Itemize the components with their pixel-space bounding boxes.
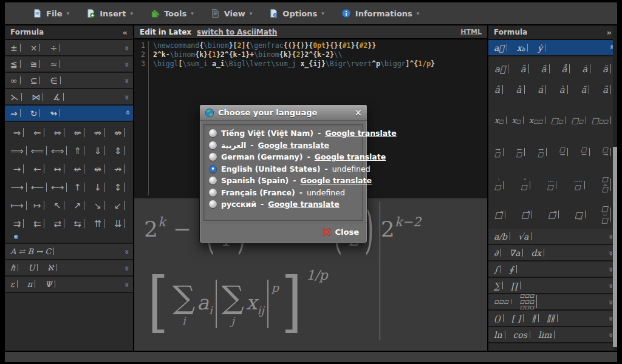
symbol-button[interactable]: ẏ [538, 43, 545, 53]
dialog-close-icon[interactable]: × [354, 107, 362, 118]
symbol-button[interactable]: ≦ [10, 59, 21, 69]
symbol-section-row[interactable]: a/b√a» [488, 229, 617, 245]
collapse-section-icon[interactable]: » [122, 111, 131, 115]
html-link[interactable]: HTML [460, 28, 482, 36]
symbol-button[interactable]: ⇆ [73, 218, 84, 229]
menu-item-view[interactable]: View▾ [211, 8, 253, 18]
menu-item-options[interactable]: Options▾ [269, 8, 324, 18]
google-translate-link[interactable]: Google translate [268, 200, 340, 209]
symbol-button[interactable]: ∞ [10, 76, 21, 86]
symbol-button[interactable]: × [30, 43, 41, 53]
symbol-button[interactable]: ↖ [53, 200, 64, 211]
symbol-button[interactable]: ⇓ [94, 146, 104, 157]
symbol-button[interactable]: () [494, 314, 504, 323]
language-option[interactable]: русский - Google translate [209, 198, 358, 211]
symbol-button[interactable]: □← [581, 147, 590, 157]
symbol-section-row[interactable]: ∂∇adx» [488, 245, 617, 261]
symbol-button[interactable]: π [27, 280, 36, 289]
symbol-button[interactable]: ∡ [53, 92, 64, 102]
symbol-button[interactable]: ã [541, 64, 550, 75]
code-line[interactable]: \biggl[\sum_i a_i\Bigl\lvert\sum_j x_{ij… [153, 59, 435, 69]
google-translate-link[interactable]: Google translate [300, 176, 372, 185]
symbol-button[interactable]: â [494, 84, 503, 95]
symbol-button[interactable]: ǎ [516, 84, 525, 95]
symbol-section-row[interactable]: ∑∏» [488, 278, 617, 294]
symbol-button[interactable]: ă [581, 84, 589, 95]
switch-to-asciimath-link[interactable]: switch to AsciiMath [197, 28, 277, 36]
symbol-section-row[interactable]: ⋋⋈∡» [5, 89, 133, 106]
symbol-button[interactable]: ···□ [547, 180, 556, 190]
symbol-section-row[interactable]: ∞⊆∈» [5, 73, 133, 89]
symbol-section-row[interactable]: ⇒↻↬» [5, 106, 133, 122]
symbol-button[interactable]: ⇍ [73, 127, 84, 138]
expand-section-icon[interactable]: » [122, 249, 131, 253]
symbol-button[interactable]: ⟹ [10, 146, 27, 157]
google-translate-link[interactable]: Google translate [325, 129, 397, 138]
symbol-button[interactable]: ln [494, 330, 505, 340]
symbol-button[interactable]: ↕ [114, 182, 125, 193]
symbol-button[interactable]: ∫ [494, 265, 501, 274]
menu-item-file[interactable]: File▾ [33, 8, 69, 18]
symbol-button[interactable]: ⟺ [51, 146, 67, 157]
language-option[interactable]: Français (France) - undefined [209, 187, 358, 199]
symbol-button[interactable]: ▫▫▫ [494, 299, 511, 305]
symbol-button[interactable]: ⟵ [30, 182, 47, 193]
symbol-button[interactable]: □̂ [521, 210, 532, 220]
symbol-button[interactable]: □□ [571, 116, 586, 125]
symbol-button[interactable]: cos [513, 330, 530, 340]
menu-item-insert[interactable]: Insert▾ [86, 8, 133, 18]
symbol-button[interactable]: ↔ [53, 164, 64, 175]
scrollbar[interactable] [613, 25, 617, 351]
symbol-button[interactable]: □⌣□ [601, 206, 611, 224]
symbol-button[interactable]: ⇐ [33, 127, 44, 138]
symbol-button[interactable]: Ψ [45, 280, 55, 289]
symbol-button[interactable]: [ ] [511, 314, 524, 323]
symbol-button[interactable]: □⌢□ [602, 177, 611, 193]
symbol-button[interactable]: ⊆ [30, 76, 41, 86]
symbol-button[interactable]: U [28, 263, 38, 272]
menu-item-informations[interactable]: Informations▾ [341, 8, 420, 18]
symbol-button[interactable]: → [13, 164, 24, 175]
symbol-section-row[interactable]: ℏUℵ» [5, 260, 133, 277]
symbol-button[interactable]: ¨□ [521, 180, 530, 190]
symbol-button[interactable]: x□ [494, 116, 507, 125]
symbol-section-row[interactable]: ±×÷» [5, 40, 133, 56]
symbol-button[interactable]: □□□ [591, 116, 611, 125]
language-radio[interactable] [209, 153, 217, 161]
symbol-button[interactable]: ≅ [30, 59, 41, 69]
language-option[interactable]: العربية - Google translate [209, 140, 358, 152]
symbol-section-row[interactable]: ≦≅≈» [5, 56, 133, 73]
symbol-button[interactable]: ····□ [573, 180, 585, 190]
symbol-button[interactable]: à [559, 84, 568, 95]
symbol-button[interactable]: a/b [494, 232, 510, 241]
symbol-button[interactable]: ↙ [114, 200, 125, 211]
symbol-button[interactable]: ↬ [50, 109, 60, 118]
symbol-section-row[interactable]: lncoslim» [488, 327, 617, 343]
symbol-button[interactable]: ↔□ [538, 147, 547, 157]
symbol-button[interactable]: □→ [602, 147, 611, 157]
symbol-button[interactable]: ⟼ [10, 200, 27, 211]
symbol-button[interactable]: dx [531, 248, 544, 258]
symbol-button[interactable]: a⃗ [494, 64, 508, 75]
language-radio[interactable] [209, 141, 217, 149]
symbol-button[interactable]: A ⇌ B ↔ C [10, 247, 54, 256]
language-radio[interactable] [209, 177, 217, 184]
symbol-button[interactable]: ⇇ [33, 218, 44, 229]
symbol-button[interactable]: ⇏ [94, 127, 104, 138]
expand-section-icon[interactable]: » [122, 282, 131, 286]
symbol-button[interactable]: ⇊ [114, 218, 125, 229]
expand-section-icon[interactable]: » [122, 62, 131, 66]
symbol-button[interactable]: ⟸ [30, 146, 47, 157]
symbol-button[interactable]: ↛ [114, 164, 125, 175]
symbol-button[interactable]: ∮ [509, 265, 516, 274]
symbol-button[interactable]: □□ [551, 116, 566, 125]
symbol-button[interactable]: ↘ [94, 200, 104, 211]
symbol-button[interactable]: ⋈ [32, 92, 43, 102]
symbol-section-row[interactable]: ▫▫▫▫▫▫▫▫▫▫▫▫» [488, 294, 617, 311]
language-radio[interactable] [209, 200, 217, 208]
language-option[interactable]: English (United States) - undefined [209, 163, 358, 175]
symbol-button[interactable]: ∈ [50, 76, 60, 86]
symbol-button[interactable]: ⇒ [13, 127, 24, 138]
scrollbar-thumb[interactable] [613, 147, 617, 347]
symbol-button[interactable]: ± [10, 43, 21, 53]
